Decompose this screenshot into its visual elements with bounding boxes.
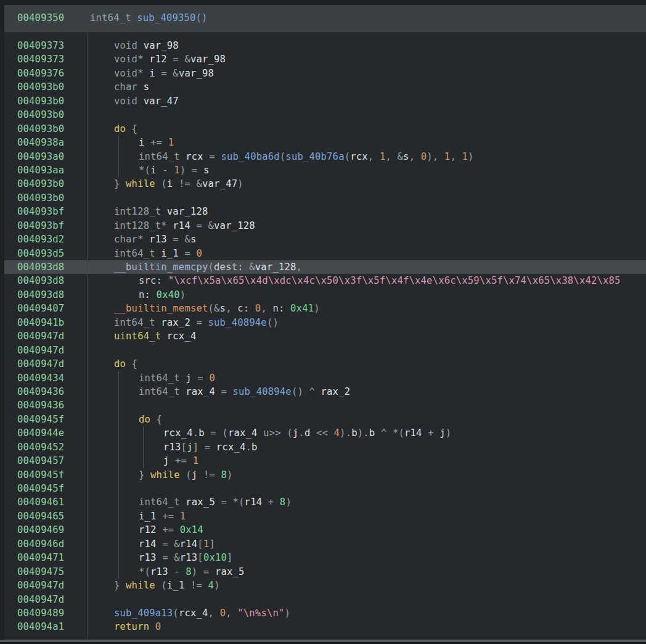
code-line[interactable]: 0040947d bbox=[4, 344, 646, 357]
code-line[interactable]: 004093d8n: 0x40) bbox=[4, 288, 646, 302]
line-address[interactable]: 004093bf bbox=[17, 206, 64, 217]
code-line[interactable]: 0040947d} while (i_1 != 4) bbox=[4, 579, 646, 592]
token-number[interactable]: 1 bbox=[462, 151, 468, 162]
token-variable[interactable]: b bbox=[251, 442, 258, 453]
token-variable[interactable]: i bbox=[150, 165, 157, 176]
token-variable[interactable]: r13 bbox=[139, 552, 157, 563]
token-variable[interactable]: b bbox=[351, 427, 358, 439]
token-number[interactable]: 0 bbox=[155, 621, 162, 632]
token-function[interactable]: sub_409350() bbox=[137, 12, 207, 23]
line-address[interactable]: 00409465 bbox=[17, 511, 64, 522]
line-address[interactable]: 00409461 bbox=[17, 497, 64, 508]
line-address[interactable]: 0040946d bbox=[17, 539, 64, 550]
line-address[interactable]: 0040947d bbox=[17, 331, 64, 342]
line-address[interactable]: 00409436 bbox=[17, 400, 64, 411]
code-line[interactable]: 0040945f bbox=[4, 482, 646, 495]
function-header[interactable]: 00409350 int64_t sub_409350() bbox=[4, 5, 646, 32]
token-number-hex[interactable]: 0x40 bbox=[157, 289, 180, 300]
token-variable[interactable]: j bbox=[163, 455, 170, 466]
token-variable[interactable]: rax_4 bbox=[186, 386, 215, 397]
code-line[interactable]: 0040947d bbox=[4, 593, 646, 606]
token-function[interactable]: sub_40894e bbox=[208, 317, 267, 328]
token-number-hex[interactable]: 8 bbox=[186, 566, 192, 577]
token-string[interactable]: "\n%s\n" bbox=[237, 608, 284, 619]
token-number[interactable]: 1 bbox=[193, 455, 199, 466]
code-line[interactable]: 004093bfint128_t var_128 bbox=[4, 205, 646, 218]
token-variable[interactable]: r14 bbox=[180, 539, 198, 550]
token-variable[interactable]: i_1 bbox=[167, 580, 185, 591]
token-function[interactable]: sub_40ba6d bbox=[221, 151, 279, 162]
token-variable[interactable]: r12 bbox=[139, 524, 157, 535]
token-variable[interactable]: d bbox=[305, 427, 311, 439]
code-line[interactable]: 004093b0void var_47 bbox=[4, 94, 646, 108]
code-line[interactable]: 0040945f} while (j != 8) bbox=[4, 468, 646, 482]
token-number[interactable]: 4 bbox=[334, 427, 340, 439]
token-variable[interactable]: r13 bbox=[150, 566, 168, 577]
line-address[interactable]: 004093d5 bbox=[17, 248, 64, 259]
code-line[interactable]: 004093d8src: "\xcf\x5a\x65\x4d\xdc\x4c\x… bbox=[4, 274, 646, 287]
code-line[interactable]: 004094a1return 0 bbox=[4, 620, 646, 634]
token-variable[interactable]: j bbox=[440, 427, 446, 439]
line-address[interactable]: 004093a0 bbox=[17, 151, 64, 162]
line-address[interactable]: 0040945f bbox=[17, 414, 64, 425]
token-string[interactable]: "\xcf\x5a\x65\x4d\xdc\x4c\x50\x3f\x5f\x4… bbox=[168, 275, 621, 286]
token-variable[interactable]: rcx_4 bbox=[216, 442, 246, 453]
line-address[interactable]: 0040941b bbox=[17, 317, 64, 328]
token-variable[interactable]: rcx bbox=[350, 151, 368, 162]
token-number-hex[interactable]: 4 bbox=[208, 580, 215, 591]
code-line[interactable]: 00409469r12 += 0x14 bbox=[4, 523, 646, 537]
token-variable[interactable]: b bbox=[198, 427, 205, 439]
line-address[interactable]: 004093d8 bbox=[17, 289, 64, 300]
code-line[interactable]: 004093b0do { bbox=[4, 122, 646, 136]
line-address[interactable]: 004093bf bbox=[17, 220, 64, 231]
token-variable[interactable]: i bbox=[167, 178, 173, 189]
code-line-selected[interactable]: 004093d8__builtin_memcpy(dest: &var_128, bbox=[4, 260, 646, 274]
token-number-hex[interactable]: 8 bbox=[280, 497, 286, 508]
token-function[interactable]: sub_40b76a bbox=[285, 151, 344, 162]
token-variable[interactable]: s bbox=[190, 234, 197, 245]
line-address[interactable]: 00409373 bbox=[17, 40, 64, 51]
code-line[interactable]: 0040944ercx_4.b = (rax_4 u>> (j.d << 4).… bbox=[4, 426, 646, 440]
token-variable[interactable]: rax_4 bbox=[228, 427, 258, 439]
token-variable[interactable]: r13 bbox=[163, 442, 181, 453]
token-variable[interactable]: rcx_4 bbox=[163, 427, 193, 439]
line-address[interactable]: 0040945f bbox=[17, 483, 64, 494]
code-line[interactable]: 004093a0int64_t rcx = sub_40ba6d(sub_40b… bbox=[4, 150, 646, 163]
token-number-hex[interactable]: 8 bbox=[221, 469, 227, 481]
token-variable[interactable]: r12 bbox=[149, 54, 167, 65]
code-line[interactable]: 00409373void* r12 = &var_98 bbox=[4, 52, 646, 66]
line-address[interactable]: 004093b0 bbox=[17, 178, 64, 189]
line-address[interactable]: 00409407 bbox=[17, 303, 64, 314]
token-variable[interactable]: rax_5 bbox=[215, 566, 245, 577]
line-address[interactable]: 004093aa bbox=[17, 165, 64, 176]
line-address[interactable]: 004093b0 bbox=[17, 109, 64, 120]
line-address[interactable]: 00409469 bbox=[17, 524, 64, 535]
line-address[interactable]: 004093d8 bbox=[17, 262, 64, 273]
token-number[interactable]: 0 bbox=[209, 373, 215, 384]
code-area[interactable]: 00409373void var_9800409373void* r12 = &… bbox=[4, 39, 646, 634]
code-line[interactable]: 004093bfint128_t* r14 = &var_128 bbox=[4, 219, 646, 233]
line-address[interactable]: 00409436 bbox=[17, 386, 64, 397]
code-line[interactable]: 004093d5int64_t i_1 = 0 bbox=[4, 247, 646, 260]
token-variable[interactable]: i bbox=[149, 68, 155, 79]
token-variable[interactable]: s bbox=[220, 303, 226, 314]
token-number[interactable]: 1 bbox=[180, 511, 186, 522]
line-address[interactable]: 004093b0 bbox=[17, 123, 64, 134]
token-variable[interactable]: r14 bbox=[245, 497, 263, 508]
code-line[interactable]: 00409434int64_t j = 0 bbox=[4, 371, 646, 385]
token-number-hex[interactable]: 0x41 bbox=[290, 303, 314, 314]
code-line[interactable]: 00409461int64_t rax_5 = *(r14 + 8) bbox=[4, 495, 646, 509]
token-number[interactable]: 0 bbox=[220, 608, 226, 619]
token-variable[interactable]: j bbox=[186, 373, 192, 384]
token-variable[interactable]: var_98 bbox=[179, 68, 214, 79]
token-variable[interactable]: rcx_4 bbox=[167, 331, 197, 342]
line-address[interactable]: 0040947d bbox=[17, 594, 64, 605]
token-intrinsic[interactable]: __builtin_memcpy bbox=[114, 262, 208, 273]
code-line[interactable]: 0040947ddo { bbox=[4, 357, 646, 371]
token-number[interactable]: 0 bbox=[255, 303, 261, 314]
token-number[interactable]: 1 bbox=[444, 151, 451, 162]
code-line[interactable]: 00409471r13 = &r13[0x10] bbox=[4, 551, 646, 564]
token-number[interactable]: 1 bbox=[174, 165, 180, 176]
code-line[interactable]: 0040946dr14 = &r14[1] bbox=[4, 537, 646, 551]
token-variable[interactable]: s bbox=[203, 165, 210, 176]
